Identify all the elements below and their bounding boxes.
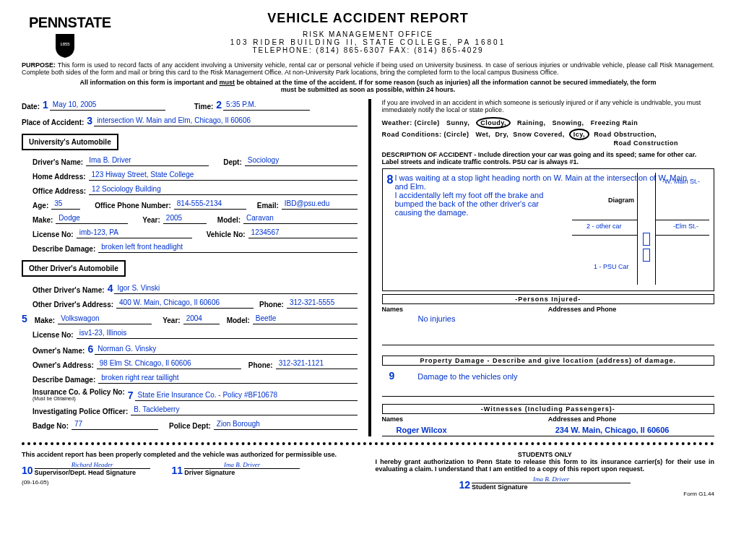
owner-value: Norman G. Vinsky [95, 345, 357, 355]
other-addr: 400 W. Main, Chicago, Il 60606 [116, 298, 254, 309]
diagram: -W. Main St.- -Elm St.- 2 - other car 1 … [572, 191, 709, 285]
marker-6: 6 [87, 343, 93, 355]
other-name: Igor S. Vinski [114, 284, 357, 294]
marker-2: 2 [216, 99, 222, 111]
addr-label: Addresses and Phone [548, 306, 714, 313]
badge-value: 77 [72, 420, 158, 430]
driver-signature: Ima B. Driver [184, 461, 300, 469]
shield-icon: 1855 [54, 33, 76, 59]
desc-line-2: I accidentally left my foot off the brak… [394, 191, 550, 217]
model-value: Caravan [243, 214, 357, 224]
witness-addr: 234 W. Main, Chicago, Il 60606 [555, 426, 714, 434]
witness-names-label: Names [382, 415, 548, 423]
dept-label: Dept: [223, 158, 242, 166]
phone-label: Office Phone Number: [95, 202, 171, 210]
weather-label: Weather: (Circle) [382, 119, 440, 126]
witness-addr-label: Addresses and Phone [548, 415, 714, 423]
home-label: Home Address: [33, 173, 86, 181]
owner-phone-label: Phone: [248, 361, 273, 369]
police-dept-value: Zion Borough [214, 420, 358, 430]
students-only-label: STUDENTS ONLY [376, 451, 715, 458]
logo-penn: PENN [29, 14, 68, 30]
age-value: 35 [51, 199, 80, 210]
other-year-label: Year: [163, 316, 180, 324]
names-label: Names [382, 306, 548, 313]
vehicle-value: 1234567 [248, 228, 358, 238]
form-date-code: (09-16-05) [22, 479, 361, 486]
owner-phone: 312-321-1121 [276, 359, 358, 369]
diagram-car1-box [643, 249, 650, 262]
marker-3: 3 [87, 115, 92, 126]
road-obstruction: Road Obstruction, [594, 131, 657, 138]
time-label: Time: [194, 103, 214, 111]
road-wet: Wet, [476, 131, 491, 138]
weather-raining: Raining, [517, 119, 546, 126]
office-addr-value: 12 Sociology Building [89, 185, 357, 195]
header: VEHICLE ACCIDENT REPORT RISK MANAGEMENT … [22, 7, 714, 54]
diagram-car2-label: 2 - other car [586, 223, 622, 230]
make-value: Dodge [56, 214, 128, 224]
persons-injured-header: -Persons Injured- [382, 294, 715, 304]
place-value: intersection W. Main and Elm, Chicago, I… [94, 116, 357, 126]
other-year: 2004 [183, 314, 220, 324]
other-license: isv1-23, Illinois [77, 329, 358, 339]
road-icy-circled: Icy, [569, 129, 589, 140]
supervisor-sig-label: Supervisor/Dept. Head Signature [35, 469, 150, 476]
badge-label: Badge No: [33, 422, 69, 430]
officer-label: Investigating Police Officer: [33, 408, 128, 415]
damage-label: Describe Damage: [33, 245, 95, 253]
police-dept-label: Police Dept: [169, 422, 211, 430]
officer-value: B. Tackleberry [131, 405, 357, 415]
road-row: Road Conditions: (Circle) Wet, Dry, Snow… [382, 131, 715, 147]
road-snow: Snow Covered, [513, 131, 565, 138]
year-value: 2005 [163, 214, 207, 224]
license-value: imb-123, PA [77, 228, 192, 238]
weather-snowing: Snowing, [553, 119, 584, 126]
road-label: Road Conditions: (Circle) [382, 131, 469, 138]
vehicle-label: Vehicle No: [207, 231, 246, 238]
date-value: May 10, 2005 [50, 100, 165, 111]
section-other-auto: Other Driver's Automobile [22, 260, 126, 277]
email-label: Email: [257, 202, 279, 210]
marker-4: 4 [108, 283, 113, 294]
other-addr-label: Other Driver's Address: [33, 301, 113, 309]
office-addr-label: Office Address: [33, 187, 86, 195]
weather-freezing: Freezing Rain [591, 119, 638, 126]
other-make-label: Make: [35, 316, 55, 324]
office-phone: TELEPHONE: (814) 865-6307 FAX: (814) 865… [22, 46, 714, 54]
owner-label: Owner's Name: [33, 347, 85, 355]
notify-text: If you are involved in an accident in wh… [382, 99, 715, 113]
footer: This accident report has been properly c… [22, 451, 714, 497]
weather-cloudy-circled: Cloudy, [476, 117, 511, 129]
witness-name: Roger Wilcox [382, 426, 555, 434]
logo: PENNSTATE 1855 [29, 14, 111, 60]
description-box: 8 I was waiting at a stop light heading … [382, 168, 715, 291]
purpose-text: PURPOSE: This form is used to record fac… [22, 61, 714, 76]
marker-5: 5 [22, 313, 27, 324]
page-title: VEHICLE ACCIDENT REPORT [22, 11, 714, 26]
date-label: Date: [22, 103, 40, 111]
owner-addr-label: Owner's Address: [33, 361, 94, 369]
marker-9: 9 [382, 370, 395, 382]
other-phone: 312-321-5555 [287, 298, 358, 309]
section-university-auto: University's Automobile [22, 134, 118, 150]
other-model-label: Model: [227, 316, 250, 324]
form-number: Form G1.44 [376, 491, 715, 497]
desc-header: DESCRIPTION OF ACCIDENT - Include direct… [382, 151, 715, 165]
right-column: If you are involved in an accident in wh… [368, 99, 715, 436]
diagram-car1-label: 1 - PSU Car [594, 263, 629, 270]
ins-value: State Erie Insurance Co. - Policy #BF106… [135, 391, 358, 401]
dept-value: Sociology [245, 156, 358, 166]
diagram-w-main: -W. Main St.- [662, 178, 700, 185]
important-notice: All information on this form is importan… [22, 79, 714, 93]
no-injuries: No injuries [382, 314, 715, 345]
driver-name: Ima B. Driver [86, 156, 209, 166]
email-value: IBD@psu.edu [282, 199, 358, 210]
license-label: License No: [33, 231, 74, 238]
student-sig-label: Student Signature [472, 483, 631, 491]
weather-sunny: Sunny, [446, 119, 469, 126]
supervisor-signature: Richard Header [35, 461, 150, 469]
property-damage-text: Damage to the vehicles only [396, 372, 517, 381]
marker-7: 7 [128, 389, 134, 401]
marker-11: 11 [172, 465, 183, 476]
